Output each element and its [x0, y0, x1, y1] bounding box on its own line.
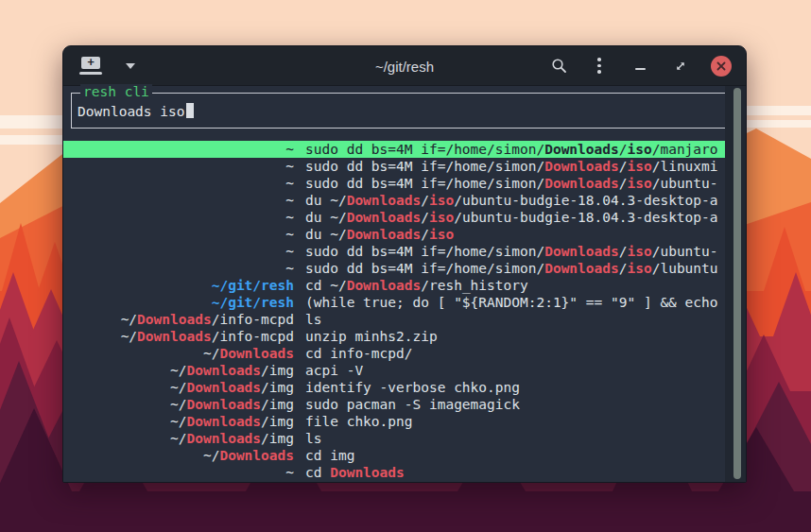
history-row[interactable]: ~sudo dd bs=4M if=/home/simon/Downloads/…: [63, 175, 727, 192]
restore-window-icon: [675, 60, 686, 72]
row-command: sudo pacman -S imagemagick: [305, 396, 520, 413]
resh-search-panel: resh cli Downloads iso: [71, 93, 733, 129]
history-row[interactable]: ~/Downloads/info-mcpdls: [63, 311, 727, 328]
row-command: identify -verbose chko.png: [305, 379, 520, 396]
scrollbar-thumb[interactable]: [733, 88, 741, 479]
history-row[interactable]: ~du ~/Downloads/iso: [63, 226, 727, 243]
menu-button[interactable]: [587, 54, 612, 78]
scrollbar[interactable]: [725, 86, 746, 483]
history-row[interactable]: ~du ~/Downloads/iso/ubuntu-budgie-18.04.…: [63, 209, 727, 226]
row-command: cd img: [305, 447, 354, 464]
row-command: ls: [305, 430, 321, 447]
row-context: ~: [71, 141, 294, 158]
row-command: sudo dd bs=4M if=/home/simon/Downloads/i…: [305, 158, 718, 175]
history-row[interactable]: ~sudo dd bs=4M if=/home/simon/Downloads/…: [63, 141, 727, 158]
row-command: du ~/Downloads/iso/ubuntu-budgie-18.04.3…: [305, 209, 718, 226]
minimize-button[interactable]: [628, 54, 652, 78]
history-row[interactable]: ~/Downloads/imgfile chko.png: [63, 413, 727, 430]
tab-dropdown-button[interactable]: [118, 54, 143, 78]
row-command: sudo dd bs=4M if=/home/simon/Downloads/i…: [305, 260, 718, 277]
row-command: sudo dd bs=4M if=/home/simon/Downloads/i…: [305, 141, 718, 158]
titlebar-right-controls: [546, 54, 746, 78]
history-row[interactable]: ~/git/reshcd ~/Downloads/resh_history: [63, 277, 727, 294]
row-context: ~/Downloads: [71, 345, 294, 362]
search-query-text: Downloads iso: [78, 104, 185, 119]
row-command: du ~/Downloads/iso/ubuntu-budgie-18.04.3…: [305, 192, 718, 209]
resh-panel-title: resh cli: [80, 84, 152, 100]
history-row[interactable]: ~/Downloads/imgsudo pacman -S imagemagic…: [63, 396, 727, 413]
row-context: ~/Downloads/img: [71, 430, 294, 447]
history-row[interactable]: ~sudo dd bs=4M if=/home/simon/Downloads/…: [63, 260, 727, 277]
row-context: ~: [71, 243, 294, 260]
close-icon: [711, 56, 732, 77]
magnifier-icon: [551, 58, 567, 74]
row-command: file chko.png: [305, 413, 413, 430]
terminal-window: + ~/git/resh: [62, 45, 747, 483]
text-cursor-block: [186, 103, 194, 118]
row-command: sudo dd bs=4M if=/home/simon/Downloads/i…: [305, 175, 718, 192]
row-context: ~/Downloads/img: [71, 413, 294, 430]
close-button[interactable]: [709, 54, 733, 78]
row-command: sudo dd bs=4M if=/home/simon/Downloads/i…: [305, 243, 718, 260]
row-context: ~: [71, 158, 294, 175]
titlebar-left-controls: +: [63, 54, 143, 78]
row-command: cd ~/Downloads/resh_history: [305, 277, 528, 294]
row-context: ~: [71, 192, 294, 209]
history-row[interactable]: ~sudo dd bs=4M if=/home/simon/Downloads/…: [63, 158, 727, 175]
history-row[interactable]: ~/Downloads/imgacpi -V: [63, 362, 727, 379]
terminal-content: resh cli Downloads iso ~sudo dd bs=4M if…: [63, 86, 746, 483]
row-command: unzip minhs2.zip: [305, 328, 438, 345]
row-context: ~: [71, 209, 294, 226]
row-context: ~/git/resh: [71, 277, 294, 294]
row-command: ls: [305, 311, 321, 328]
row-context: ~/Downloads/info-mcpd: [71, 328, 294, 345]
restore-button[interactable]: [668, 54, 693, 78]
row-command: cd Downloads: [305, 464, 405, 481]
window-title: ~/git/resh: [375, 58, 434, 74]
history-row[interactable]: ~/Downloads/imgidentify -verbose chko.pn…: [63, 379, 727, 396]
history-row[interactable]: ~du ~/Downloads/iso/ubuntu-budgie-18.04.…: [63, 192, 727, 209]
row-context: ~: [71, 464, 294, 481]
row-context: ~/git/resh: [71, 294, 294, 311]
terminal-new-tab-icon: +: [79, 57, 102, 75]
history-row[interactable]: ~/Downloads/imgls: [63, 430, 727, 447]
row-context: ~: [71, 260, 294, 277]
history-row[interactable]: ~/Downloads/info-mcpdunzip minhs2.zip: [63, 328, 727, 345]
row-command: cd info-mcpd/: [305, 345, 413, 362]
chevron-down-icon: [126, 63, 135, 69]
row-context: ~/Downloads/info-mcpd: [71, 311, 294, 328]
row-command: du ~/Downloads/iso: [305, 226, 454, 243]
row-context: ~/Downloads: [71, 447, 294, 464]
history-row[interactable]: ~/Downloadscd info-mcpd/: [63, 345, 727, 362]
row-context: ~/Downloads/img: [71, 379, 294, 396]
row-context: ~: [71, 226, 294, 243]
search-input[interactable]: Downloads iso: [78, 103, 194, 119]
history-row[interactable]: ~cd Downloads: [63, 464, 727, 481]
search-button[interactable]: [546, 54, 571, 78]
row-context: ~/Downloads/img: [71, 362, 294, 379]
history-row[interactable]: ~sudo dd bs=4M if=/home/simon/Downloads/…: [63, 243, 727, 260]
history-row[interactable]: ~/git/resh(while true; do [ "${RANDOM:2:…: [63, 294, 727, 311]
minimize-icon: [635, 68, 646, 70]
new-tab-button[interactable]: +: [78, 54, 103, 78]
history-row[interactable]: ~/Downloadscd img: [63, 447, 727, 464]
row-command: acpi -V: [305, 362, 363, 379]
row-command: (while true; do [ "${RANDOM:2:1}" == "9"…: [305, 294, 718, 311]
titlebar: + ~/git/resh: [63, 46, 746, 86]
history-list: ~sudo dd bs=4M if=/home/simon/Downloads/…: [63, 141, 747, 481]
kebab-menu-icon: [597, 58, 601, 74]
row-context: ~: [71, 175, 294, 192]
row-context: ~/Downloads/img: [71, 396, 294, 413]
